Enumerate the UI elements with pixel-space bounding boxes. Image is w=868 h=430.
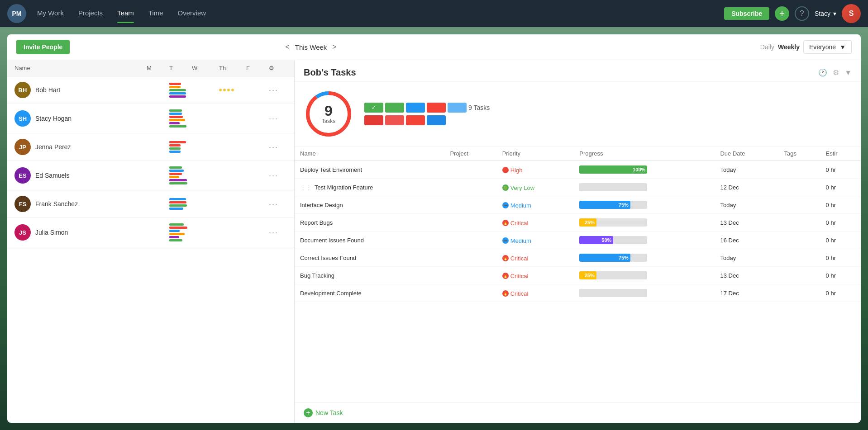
member-name: Stacy Hogan bbox=[35, 115, 72, 122]
team-member-row[interactable]: JP Jenna Perez ··· bbox=[7, 133, 294, 161]
circle-label: Tasks bbox=[322, 118, 336, 124]
task-due-date-cell: 17 Dec bbox=[715, 284, 778, 302]
task-project-cell bbox=[444, 214, 496, 232]
progress-bar: 50% bbox=[579, 236, 647, 244]
team-table-header: Name M T W Th F ⚙ bbox=[7, 60, 294, 76]
task-due-date-cell: Today bbox=[715, 196, 778, 214]
member-name: Julia Simon bbox=[35, 229, 68, 236]
nav-projects[interactable]: Projects bbox=[78, 9, 103, 19]
week-prev-button[interactable]: < bbox=[285, 43, 289, 51]
user-menu[interactable]: Stacy ▾ bbox=[815, 10, 836, 17]
task-row[interactable]: Development Complete 🔥 Critical 17 Dec 0… bbox=[295, 284, 861, 302]
member-more-button[interactable]: ··· bbox=[269, 142, 287, 152]
member-t-col bbox=[169, 166, 192, 184]
task-priority-cell: 🟢 Very Low bbox=[497, 179, 574, 196]
col-th: Th bbox=[219, 65, 246, 71]
new-task-label: New Task bbox=[315, 409, 343, 416]
chevron-down-icon: ▾ bbox=[833, 10, 836, 17]
circle-center: 9 Tasks bbox=[322, 104, 336, 124]
blocks-row-2 bbox=[364, 115, 490, 125]
member-more-button[interactable]: ··· bbox=[269, 228, 287, 237]
nav-time[interactable]: Time bbox=[148, 9, 163, 19]
task-row[interactable]: Correct Issues Found 🔥 Critical 75% Toda… bbox=[295, 249, 861, 267]
member-name: Bob Hart bbox=[35, 86, 60, 94]
daily-view-button[interactable]: Daily bbox=[760, 43, 774, 51]
member-t-col bbox=[169, 198, 192, 210]
new-task-row: + New Task bbox=[295, 402, 861, 423]
member-more-button[interactable]: ··· bbox=[269, 171, 287, 180]
task-due-date-cell: Today bbox=[715, 161, 778, 179]
member-avatar: ES bbox=[14, 167, 31, 184]
task-name-cell: Document Issues Found bbox=[295, 232, 444, 249]
avatar-placeholder: S bbox=[842, 4, 861, 23]
col-task-priority: Priority bbox=[497, 146, 574, 161]
task-priority-cell: ➖ Medium bbox=[497, 196, 574, 214]
nav-overview[interactable]: Overview bbox=[178, 9, 206, 19]
task-project-cell bbox=[444, 161, 496, 179]
task-priority-cell: 🔴 High bbox=[497, 161, 574, 179]
task-row[interactable]: Deploy Test Enviroment 🔴 High 100% Today… bbox=[295, 161, 861, 179]
member-more-button[interactable]: ··· bbox=[269, 199, 287, 209]
task-row[interactable]: ⋮⋮Test Migration Feature 🟢 Very Low 12 D… bbox=[295, 179, 861, 196]
team-member-row[interactable]: JS Julia Simon ··· bbox=[7, 218, 294, 247]
nav-team[interactable]: Team bbox=[117, 9, 134, 19]
member-more-button[interactable]: ··· bbox=[269, 85, 287, 95]
progress-bar: 100% bbox=[579, 165, 647, 174]
member-info: JS Julia Simon bbox=[14, 224, 147, 241]
team-member-row[interactable]: SH Stacy Hogan ··· bbox=[7, 104, 294, 133]
week-navigation: < This Week > bbox=[285, 43, 336, 51]
new-task-button[interactable]: + New Task bbox=[304, 408, 343, 417]
task-progress-cell: 25% bbox=[574, 214, 715, 232]
task-progress-cell: 25% bbox=[574, 267, 715, 284]
task-row[interactable]: Bug Tracking 🔥 Critical 25% 13 Dec 0 hr bbox=[295, 267, 861, 284]
task-summary-blocks: ✓ 9 Tasks bbox=[364, 103, 490, 125]
blocks-row-1: ✓ 9 Tasks bbox=[364, 103, 490, 113]
task-name-cell: Interface Design bbox=[295, 196, 444, 214]
task-tags-cell bbox=[779, 267, 820, 284]
task-row[interactable]: Interface Design ➖ Medium 75% Today 0 hr bbox=[295, 196, 861, 214]
col-w: W bbox=[192, 65, 219, 71]
team-member-row[interactable]: BH Bob Hart ··· bbox=[7, 76, 294, 104]
user-avatar[interactable]: S bbox=[842, 4, 861, 23]
task-tags-cell bbox=[779, 232, 820, 249]
team-member-row[interactable]: ES Ed Samuels ··· bbox=[7, 161, 294, 190]
task-estimate-cell: 0 hr bbox=[820, 267, 861, 284]
member-t-col bbox=[169, 109, 192, 128]
member-t-col bbox=[169, 83, 192, 98]
member-info: JP Jenna Perez bbox=[14, 139, 147, 155]
invite-people-button[interactable]: Invite People bbox=[16, 40, 70, 54]
progress-bar: 25% bbox=[579, 218, 647, 227]
member-name: Ed Samuels bbox=[35, 172, 69, 179]
left-panel: Name M T W Th F ⚙ BH Bob Hart ··· SH St bbox=[7, 60, 295, 423]
filter-settings-icon[interactable]: ⚙ bbox=[833, 68, 839, 77]
task-progress-cell: 50% bbox=[574, 232, 715, 249]
clock-icon[interactable]: 🕐 bbox=[818, 68, 827, 77]
week-next-button[interactable]: > bbox=[332, 43, 336, 51]
plus-icon: + bbox=[779, 9, 785, 19]
everyone-filter-select[interactable]: Everyone ▼ bbox=[803, 40, 852, 54]
filter-icon[interactable]: ▼ bbox=[844, 69, 852, 77]
task-row[interactable]: Document Issues Found ➖ Medium 50% 16 De… bbox=[295, 232, 861, 249]
task-row[interactable]: Report Bugs 🔥 Critical 25% 13 Dec 0 hr bbox=[295, 214, 861, 232]
subscribe-button[interactable]: Subscribe bbox=[724, 7, 769, 20]
help-icon-button[interactable]: ? bbox=[795, 6, 809, 21]
col-task-tags: Tags bbox=[779, 146, 820, 161]
task-tags-cell bbox=[779, 196, 820, 214]
member-info: FS Frank Sanchez bbox=[14, 196, 147, 212]
task-estimate-cell: 0 hr bbox=[820, 284, 861, 302]
new-task-icon: + bbox=[304, 408, 313, 417]
team-member-row[interactable]: FS Frank Sanchez ··· bbox=[7, 190, 294, 218]
circle-chart: 9 Tasks bbox=[304, 89, 353, 139]
task-tags-cell bbox=[779, 161, 820, 179]
member-info: ES Ed Samuels bbox=[14, 167, 147, 184]
member-more-button[interactable]: ··· bbox=[269, 114, 287, 123]
block-red3 bbox=[385, 115, 404, 125]
task-priority-cell: ➖ Medium bbox=[497, 232, 574, 249]
task-priority-cell: 🔥 Critical bbox=[497, 267, 574, 284]
task-progress-cell: 75% bbox=[574, 249, 715, 267]
nav-my-work[interactable]: My Work bbox=[37, 9, 64, 19]
weekly-view-button[interactable]: Weekly bbox=[778, 43, 800, 51]
col-task-due-date: Due Date bbox=[715, 146, 778, 161]
add-icon-button[interactable]: + bbox=[775, 6, 789, 21]
col-m: M bbox=[147, 65, 169, 71]
